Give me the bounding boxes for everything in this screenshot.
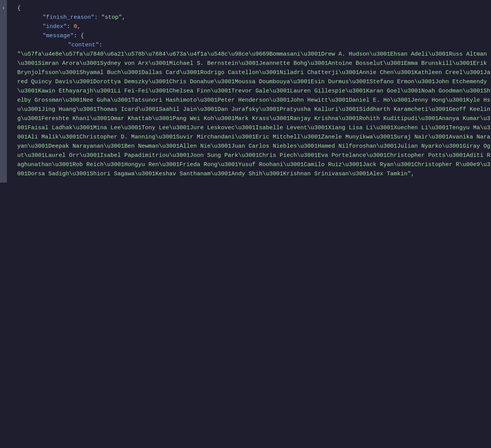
finish-reason-line: "finish_reason": "stop", bbox=[17, 14, 125, 21]
content-string-value: "\u57fa\u4e8e\u57fa\u7840\u6a21\u578b\u7… bbox=[17, 51, 490, 177]
finish-reason-value: "stop" bbox=[101, 14, 122, 21]
index-value: 0 bbox=[74, 23, 77, 30]
index-line: "index": 0, bbox=[17, 23, 81, 30]
left-sidebar: › bbox=[0, 0, 7, 183]
code-container: › { "finish_reason": "stop", "index": 0,… bbox=[0, 0, 491, 183]
sidebar-icon: › bbox=[2, 4, 5, 12]
content-label-line: "content": bbox=[17, 42, 102, 48]
message-line: "message": { bbox=[17, 33, 84, 39]
message-key: "message" bbox=[43, 33, 74, 39]
finish-reason-key: "finish_reason" bbox=[43, 14, 94, 21]
content-value-line: "\u57fa\u4e8e\u57fa\u7840\u6a21\u578b\u7… bbox=[17, 51, 490, 177]
code-block: { "finish_reason": "stop", "index": 0, "… bbox=[8, 4, 491, 179]
content-key: "content" bbox=[68, 42, 99, 48]
index-key: "index" bbox=[43, 23, 67, 30]
line-brace-open: { bbox=[17, 5, 21, 12]
